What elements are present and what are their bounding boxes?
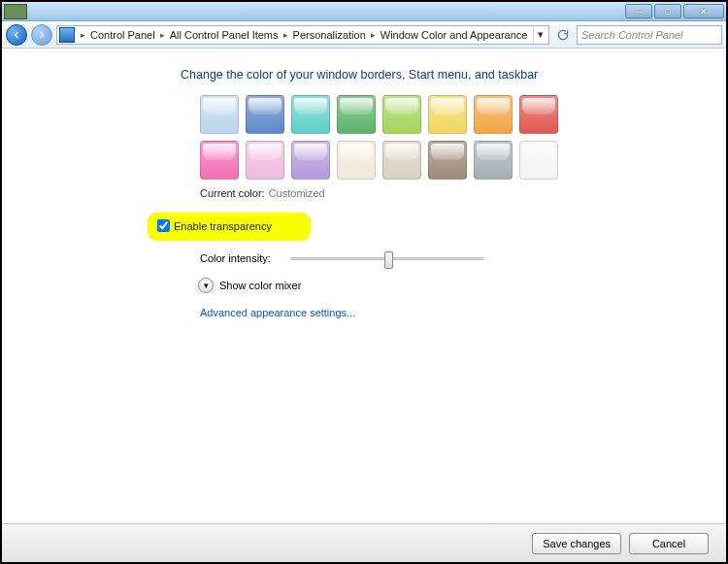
color-swatch[interactable] (337, 141, 376, 180)
breadcrumb[interactable]: ▸ Control Panel ▸ All Control Panel Item… (56, 25, 549, 45)
page-title: Change the color of your window borders,… (181, 68, 703, 82)
window-icon (4, 4, 27, 19)
search-input[interactable]: Search Control Panel (577, 25, 722, 45)
refresh-button[interactable] (553, 25, 573, 45)
highlight-annotation: Enable transparency (148, 213, 311, 241)
chevron-right-icon: ▸ (281, 30, 291, 40)
navigation-bar: ▸ Control Panel ▸ All Control Panel Item… (2, 21, 726, 49)
close-button[interactable]: ✕ (683, 4, 724, 18)
color-swatch[interactable] (428, 95, 467, 134)
current-color-label: Current color: (200, 187, 265, 199)
color-swatch[interactable] (200, 95, 239, 134)
back-button[interactable] (6, 24, 27, 46)
color-intensity-slider[interactable] (290, 257, 484, 260)
window-buttons: — □ ✕ (625, 4, 724, 18)
color-intensity-row: Color intensity: (200, 252, 703, 264)
show-color-mixer-row[interactable]: ▾ Show color mixer (198, 278, 703, 293)
color-swatch[interactable] (246, 141, 284, 180)
search-placeholder: Search Control Panel (581, 29, 683, 41)
enable-transparency-checkbox[interactable] (157, 219, 170, 232)
color-swatch[interactable] (519, 141, 558, 180)
breadcrumb-item[interactable]: Control Panel (88, 29, 157, 41)
chevron-down-icon: ▾ (198, 278, 214, 293)
slider-thumb[interactable] (384, 251, 393, 269)
color-swatch[interactable] (246, 95, 284, 134)
maximize-button[interactable]: □ (654, 4, 681, 18)
action-bar: Save changes Cancel (2, 523, 726, 562)
save-changes-button[interactable]: Save changes (532, 533, 621, 554)
color-swatch[interactable] (474, 141, 513, 180)
advanced-appearance-link[interactable]: Advanced appearance settings... (200, 307, 703, 318)
current-color-value: Customized (269, 187, 325, 199)
color-swatch[interactable] (291, 95, 330, 134)
breadcrumb-item[interactable]: All Control Panel Items (168, 29, 281, 41)
chevron-right-icon: ▸ (157, 30, 168, 40)
color-swatch[interactable] (291, 141, 330, 180)
show-color-mixer-label: Show color mixer (219, 280, 301, 291)
color-swatch[interactable] (382, 95, 421, 134)
control-panel-icon (59, 27, 75, 43)
content-area: Change the color of your window borders,… (2, 50, 726, 523)
color-swatch[interactable] (519, 95, 558, 134)
minimize-button[interactable]: — (625, 4, 652, 18)
color-swatch[interactable] (428, 141, 467, 180)
enable-transparency-label: Enable transparency (174, 220, 272, 232)
current-color-row: Current color: Customized (200, 187, 703, 199)
forward-button[interactable] (31, 24, 52, 46)
color-swatch[interactable] (200, 141, 239, 180)
cancel-button[interactable]: Cancel (629, 533, 709, 554)
breadcrumb-dropdown[interactable]: ▾ (533, 26, 546, 44)
chevron-right-icon: ▸ (368, 30, 379, 40)
window-titlebar: — □ ✕ (2, 2, 726, 21)
breadcrumb-item[interactable]: Personalization (291, 29, 368, 41)
breadcrumb-item[interactable]: Window Color and Appearance (379, 29, 530, 41)
color-swatch-grid (200, 95, 703, 180)
aero-edge (722, 50, 726, 523)
color-swatch[interactable] (337, 95, 376, 134)
chevron-right-icon: ▸ (78, 30, 88, 40)
color-swatch[interactable] (382, 141, 421, 180)
color-swatch[interactable] (474, 95, 513, 134)
color-intensity-label: Color intensity: (200, 252, 271, 264)
